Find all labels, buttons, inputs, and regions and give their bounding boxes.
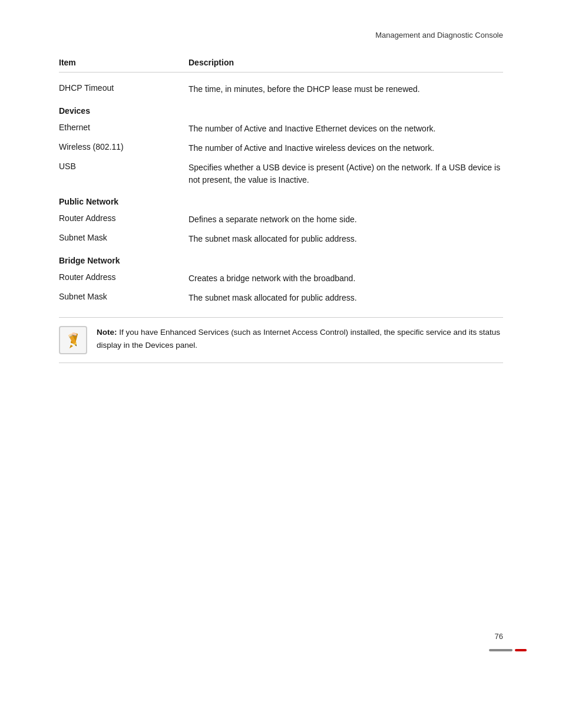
item-description: Defines a separate network on the home s… xyxy=(189,213,503,226)
item-label: Router Address xyxy=(59,272,189,282)
section-header-bridge-network: Bridge Network xyxy=(59,249,503,269)
note-text: Note: If you have Enhanced Services (suc… xyxy=(97,326,503,351)
item-description: The number of Active and Inactive wirele… xyxy=(189,142,503,154)
svg-marker-1 xyxy=(70,345,73,348)
table-header-row: Item Description xyxy=(59,53,503,80)
table-row: Router Address Defines a separate networ… xyxy=(59,210,503,229)
item-label: Subnet Mask xyxy=(59,292,189,301)
table-row: USB Specifies whether a USB device is pr… xyxy=(59,158,503,190)
item-description: The subnet mask allocated for public add… xyxy=(189,292,503,304)
note-box: Note: If you have Enhanced Services (suc… xyxy=(59,317,503,363)
note-icon xyxy=(59,326,87,354)
footer-bar-red xyxy=(515,649,527,651)
item-label: Subnet Mask xyxy=(59,233,189,242)
item-label: DHCP Timeout xyxy=(59,83,189,93)
pencil-icon xyxy=(64,331,82,350)
page-header-title: Management and Diagnostic Console xyxy=(375,31,503,39)
section-header-devices: Devices xyxy=(59,99,503,119)
item-description: Creates a bridge network with the broadb… xyxy=(189,272,503,285)
main-content: Item Description DHCP Timeout The time, … xyxy=(59,53,503,363)
footer-decoration xyxy=(489,649,527,651)
table-row: Subnet Mask The subnet mask allocated fo… xyxy=(59,288,503,308)
item-label: Ethernet xyxy=(59,123,189,132)
note-body: If you have Enhanced Services (such as I… xyxy=(97,328,500,350)
item-description: The number of Active and Inactive Ethern… xyxy=(189,123,503,135)
table-row: Ethernet The number of Active and Inacti… xyxy=(59,119,503,139)
section-header-public-network: Public Network xyxy=(59,190,503,210)
table-row: Subnet Mask The subnet mask allocated fo… xyxy=(59,229,503,249)
item-description: The time, in minutes, before the DHCP le… xyxy=(189,83,503,95)
item-label: Router Address xyxy=(59,213,189,223)
page-number: 76 xyxy=(495,632,503,641)
item-label: Wireless (802.11) xyxy=(59,142,189,151)
note-label: Note: xyxy=(97,328,117,337)
item-description: The subnet mask allocated for public add… xyxy=(189,233,503,245)
item-label: USB xyxy=(59,162,189,171)
col-item-header: Item xyxy=(59,58,189,73)
table-row: DHCP Timeout The time, in minutes, befor… xyxy=(59,80,503,99)
col-desc-header: Description xyxy=(189,58,503,73)
item-description: Specifies whether a USB device is presen… xyxy=(189,162,503,186)
table-container: Item Description DHCP Timeout The time, … xyxy=(59,53,503,308)
table-row: Wireless (802.11) The number of Active a… xyxy=(59,139,503,158)
table-row: Router Address Creates a bridge network … xyxy=(59,269,503,288)
footer-bar-gray xyxy=(489,649,513,651)
